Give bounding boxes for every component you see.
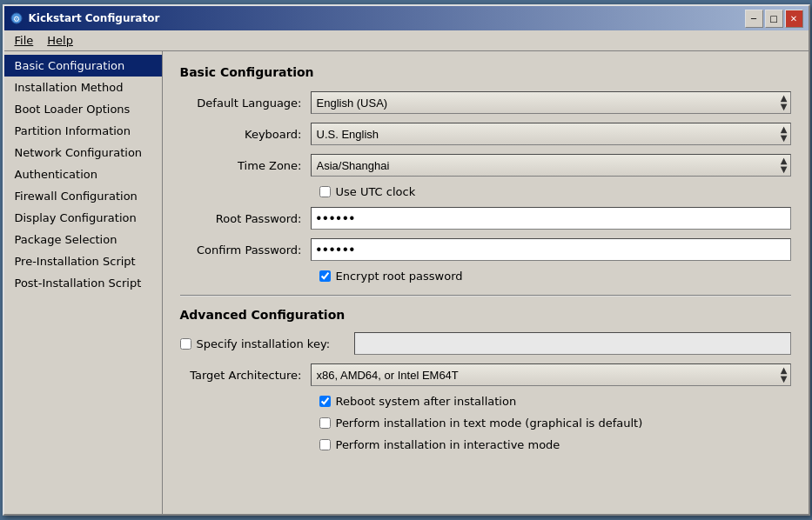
main-panel: Basic Configuration Default Language: En… — [163, 51, 809, 514]
app-icon: ⚙ — [10, 11, 23, 25]
file-menu[interactable]: File — [8, 32, 41, 49]
confirm-password-field[interactable] — [311, 238, 791, 261]
interactive-mode-checkbox[interactable] — [319, 439, 331, 450]
window-title: Kickstart Configurator — [29, 12, 160, 24]
content-area: Basic Configuration Installation Method … — [4, 51, 809, 514]
interactive-mode-label[interactable]: Perform installation in interactive mode — [336, 438, 560, 451]
sidebar-item-installation-method[interactable]: Installation Method — [4, 77, 162, 98]
main-window: ⚙ Kickstart Configurator ─ □ ✕ File Help… — [3, 4, 810, 516]
section-divider — [180, 295, 791, 296]
text-mode-label[interactable]: Perform installation in text mode (graph… — [336, 417, 643, 430]
default-language-select[interactable]: English (USA) French German Spanish — [311, 91, 791, 114]
root-password-label: Root Password: — [180, 212, 311, 225]
interactive-mode-row: Perform installation in interactive mode — [319, 438, 791, 451]
install-key-input[interactable] — [354, 332, 791, 355]
install-key-check-wrapper: Specify installation key: — [180, 337, 354, 350]
window-controls: ─ □ ✕ — [745, 10, 803, 28]
timezone-row: Time Zone: Asia/Shanghai UTC America/New… — [180, 154, 791, 177]
keyboard-select[interactable]: U.S. English U.K. English French German — [311, 123, 791, 145]
target-arch-label: Target Architecture: — [180, 369, 311, 382]
encrypt-password-row: Encrypt root password — [319, 270, 791, 283]
timezone-select[interactable]: Asia/Shanghai UTC America/New_York Europ… — [311, 154, 791, 177]
advanced-config-title: Advanced Configuration — [180, 308, 791, 322]
target-arch-row: Target Architecture: x86, AMD64, or Inte… — [180, 363, 791, 386]
sidebar-item-post-installation-script[interactable]: Post-Installation Script — [4, 272, 162, 294]
maximize-button[interactable]: □ — [765, 10, 783, 28]
root-password-row: Root Password: — [180, 207, 791, 230]
close-button[interactable]: ✕ — [785, 10, 803, 28]
utc-clock-label[interactable]: Use UTC clock — [336, 185, 416, 198]
reboot-label[interactable]: Reboot system after installation — [336, 395, 517, 408]
confirm-password-label: Confirm Password: — [180, 243, 311, 257]
keyboard-select-wrapper: U.S. English U.K. English French German … — [311, 123, 791, 145]
svg-text:⚙: ⚙ — [12, 15, 19, 23]
title-bar: ⚙ Kickstart Configurator ─ □ ✕ — [4, 6, 809, 30]
install-key-label[interactable]: Specify installation key: — [197, 337, 331, 350]
sidebar-item-boot-loader-options[interactable]: Boot Loader Options — [4, 98, 162, 120]
keyboard-row: Keyboard: U.S. English U.K. English Fren… — [180, 123, 791, 145]
install-key-row: Specify installation key: — [180, 332, 791, 355]
timezone-label: Time Zone: — [180, 159, 311, 172]
root-password-field[interactable] — [311, 207, 791, 230]
sidebar-item-firewall-configuration[interactable]: Firewall Configuration — [4, 185, 162, 207]
sidebar-item-network-configuration[interactable]: Network Configuration — [4, 142, 162, 163]
sidebar-item-display-configuration[interactable]: Display Configuration — [4, 207, 162, 229]
target-arch-select[interactable]: x86, AMD64, or Intel EM64T x86 AMD64 IA-… — [311, 363, 791, 386]
reboot-checkbox[interactable] — [319, 396, 331, 407]
target-arch-select-wrapper: x86, AMD64, or Intel EM64T x86 AMD64 IA-… — [311, 363, 791, 386]
timezone-select-wrapper: Asia/Shanghai UTC America/New_York Europ… — [311, 154, 791, 177]
text-mode-row: Perform installation in text mode (graph… — [319, 417, 791, 430]
sidebar-item-partition-information[interactable]: Partition Information — [4, 120, 162, 142]
default-language-label: Default Language: — [180, 97, 311, 110]
keyboard-label: Keyboard: — [180, 128, 311, 141]
minimize-button[interactable]: ─ — [745, 10, 763, 28]
help-menu[interactable]: Help — [40, 32, 80, 49]
utc-clock-checkbox[interactable] — [319, 186, 331, 197]
sidebar: Basic Configuration Installation Method … — [4, 51, 163, 514]
encrypt-password-checkbox[interactable] — [319, 270, 331, 282]
default-language-select-wrapper: English (USA) French German Spanish ▲▼ — [311, 91, 791, 114]
menu-bar: File Help — [4, 30, 809, 51]
reboot-row: Reboot system after installation — [319, 395, 791, 408]
install-key-checkbox[interactable] — [180, 338, 191, 350]
text-mode-checkbox[interactable] — [319, 417, 331, 429]
sidebar-item-package-selection[interactable]: Package Selection — [4, 229, 162, 250]
sidebar-item-basic-configuration[interactable]: Basic Configuration — [4, 55, 162, 77]
basic-config-title: Basic Configuration — [180, 65, 791, 79]
default-language-row: Default Language: English (USA) French G… — [180, 91, 791, 114]
sidebar-item-authentication[interactable]: Authentication — [4, 163, 162, 185]
sidebar-item-pre-installation-script[interactable]: Pre-Installation Script — [4, 250, 162, 272]
utc-clock-row: Use UTC clock — [319, 185, 791, 198]
encrypt-password-label[interactable]: Encrypt root password — [336, 270, 463, 283]
confirm-password-row: Confirm Password: — [180, 238, 791, 261]
